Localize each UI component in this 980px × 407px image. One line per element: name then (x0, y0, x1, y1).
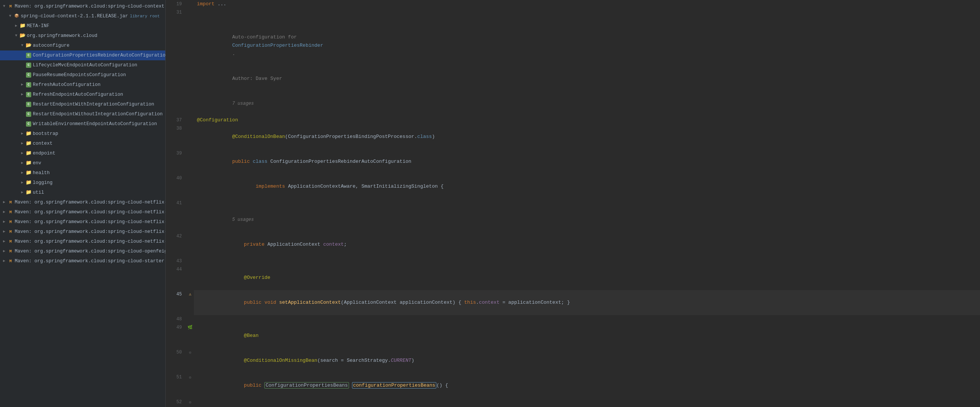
sidebar-item-label: autoconfigure (33, 41, 70, 50)
chevron-right-icon (14, 23, 19, 29)
doc-comment-text (232, 26, 238, 32)
sidebar-item-label: health (33, 169, 50, 177)
line-gutter (186, 257, 194, 265)
sidebar-item-util[interactable]: 📁 util (0, 188, 165, 198)
sidebar-item-maven-openfeign[interactable]: M Maven: org.springframework.cloud:sprin… (0, 246, 165, 256)
maven-icon: M (8, 200, 14, 205)
line-gutter (186, 0, 194, 8)
maven-icon: M (8, 219, 14, 225)
sidebar-item-maven-netflix-core[interactable]: M Maven: org.springframework.cloud:sprin… (0, 207, 165, 217)
sidebar-item-label: RestartEndpointWithoutIntegrationConfigu… (33, 110, 163, 118)
sidebar-item-label: Maven: org.springframework.cloud:spring-… (15, 2, 165, 11)
line-code: public void setApplicationContext(Applic… (194, 290, 980, 315)
folder-icon: 📁 (25, 170, 32, 176)
sidebar-item-bootstrap[interactable]: 📁 bootstrap (0, 129, 165, 139)
maven-icon: M (8, 3, 14, 10)
sidebar-item-logging[interactable]: 📁 logging (0, 178, 165, 188)
sidebar-item-config-props-rebinder[interactable]: C ConfigurationPropertiesRebinderAutoCon… (0, 51, 165, 60)
code-area[interactable]: 19 import ... 31 Auto-configura (165, 0, 980, 407)
line-code: import ... (194, 0, 980, 8)
sidebar-item-maven-ribbon[interactable]: M Maven: org.springframework.cloud:sprin… (0, 237, 165, 246)
class-c-icon: C (25, 111, 32, 117)
sidebar-item-lifecycle-mvc[interactable]: C LifecycleMvcEndpointAutoConfiguration (0, 60, 165, 70)
line-number: 19 (165, 0, 186, 8)
sidebar-item-label: env (33, 159, 41, 167)
line-gutter (186, 17, 194, 66)
line-gutter (186, 315, 194, 323)
sidebar-item-label: Maven: org.springframework.cloud:spring-… (15, 208, 165, 216)
line-gutter: ⚠ (186, 290, 194, 315)
sidebar-item-label: endpoint (33, 149, 55, 158)
sidebar-item-label: WritableEnvironmentEndpointAutoConfigura… (33, 120, 157, 128)
chevron-down-icon (19, 43, 25, 48)
chevron-right-icon (2, 239, 7, 244)
table-row: 48 (165, 315, 980, 323)
doc-auto-config: Auto-configuration for (232, 34, 297, 40)
sidebar-item-label: META-INF (27, 22, 49, 30)
chevron-down-icon (14, 33, 19, 38)
sidebar-item-context[interactable]: 📁 context (0, 139, 165, 148)
sidebar-item-autoconfigure[interactable]: 📂 autoconfigure (0, 41, 165, 51)
line-number: 42 (165, 232, 186, 257)
library-label: library root (130, 12, 160, 20)
sidebar-item-restart-with-integration[interactable]: C RestartEndpointWithIntegrationConfigur… (0, 99, 165, 109)
usages-5-hint[interactable]: 5 usages (232, 217, 254, 222)
line-code: Author: Dave Syer (194, 66, 980, 91)
sidebar-item-refresh-endpoint[interactable]: C RefreshEndpointAutoConfiguration (0, 90, 165, 99)
line-gutter (186, 265, 194, 290)
line-number: 31 (165, 8, 186, 17)
folder-icon: 📁 (25, 160, 32, 166)
table-row: 44 @Override (165, 265, 980, 290)
sidebar-item-label: RefreshEndpointAutoConfiguration (33, 91, 123, 99)
chevron-right-icon (19, 92, 25, 97)
table-row: 39 public class ConfigurationPropertiesR… (165, 149, 980, 174)
table-row: 38 @ConditionalOnBean(ConfigurationPrope… (165, 124, 980, 149)
chevron-right-icon (19, 131, 25, 136)
line-number: 41 (165, 199, 186, 207)
usages-hint[interactable]: 7 usages (232, 101, 254, 106)
line-code (194, 8, 980, 17)
sidebar-item-meta-inf[interactable]: 📁 META-INF (0, 21, 165, 31)
sidebar-item-endpoint[interactable]: 📁 endpoint (0, 148, 165, 158)
folder-icon: 📁 (25, 140, 32, 147)
sidebar-item-pause-resume[interactable]: C PauseResumeEndpointsConfiguration (0, 70, 165, 80)
folder-open-icon: 📂 (25, 43, 32, 49)
chevron-right-icon (2, 249, 7, 254)
sidebar-item-org-springframework-cloud[interactable]: 📂 org.springframework.cloud (0, 31, 165, 41)
line-code: // Since this is a BeanPostProcessor we … (194, 398, 980, 407)
folder-icon: 📁 (25, 131, 32, 137)
sidebar-item-jar-spring-cloud-context[interactable]: 📦 spring-cloud-context-2.1.1.RELEASE.jar… (0, 11, 165, 21)
line-code: 5 usages (194, 207, 980, 232)
line-number: 43 (165, 257, 186, 265)
table-row: 31 (165, 8, 980, 17)
project-sidebar[interactable]: M Maven: org.springframework.cloud:sprin… (0, 0, 165, 407)
doc-link[interactable]: ConfigurationPropertiesRebinder (232, 43, 323, 48)
chevron-right-icon (2, 219, 7, 225)
sidebar-item-refresh-auto[interactable]: C RefreshAutoConfiguration (0, 80, 165, 90)
chevron-right-icon (2, 200, 7, 205)
chevron-right-icon (19, 82, 25, 88)
sidebar-item-restart-without-integration[interactable]: C RestartEndpointWithoutIntegrationConfi… (0, 109, 165, 119)
sidebar-item-writable-env[interactable]: C WritableEnvironmentEndpointAutoConfigu… (0, 119, 165, 129)
line-number (165, 207, 186, 232)
chevron-down-icon (2, 4, 7, 9)
chevron-right-icon (2, 209, 7, 215)
sidebar-item-maven-archai[interactable]: M Maven: org.springframework.cloud:sprin… (0, 198, 165, 207)
maven-icon: M (8, 258, 14, 264)
annotation-text: @Configuration (197, 117, 238, 123)
sidebar-item-maven-spring-cloud-starter[interactable]: M Maven: org.springframework.cloud:sprin… (0, 256, 165, 266)
line-gutter (186, 124, 194, 149)
table-row: 49 🌿 @Bean (165, 323, 980, 348)
table-row: 5 usages (165, 207, 980, 232)
sidebar-item-health[interactable]: 📁 health (0, 168, 165, 178)
code-table: 19 import ... 31 Auto-configura (165, 0, 980, 407)
sidebar-item-maven-eureka[interactable]: M Maven: org.springframework.cloud:sprin… (0, 217, 165, 227)
line-gutter (186, 207, 194, 232)
line-number: 37 (165, 116, 186, 124)
table-row: 41 (165, 199, 980, 207)
sidebar-item-maven-hystrix[interactable]: M Maven: org.springframework.cloud:sprin… (0, 227, 165, 237)
sidebar-item-maven-spring-cloud-context[interactable]: M Maven: org.springframework.cloud:sprin… (0, 2, 165, 11)
chevron-down-icon (8, 14, 13, 19)
doc-author: Author: Dave Syer (232, 76, 282, 81)
sidebar-item-env[interactable]: 📁 env (0, 158, 165, 168)
